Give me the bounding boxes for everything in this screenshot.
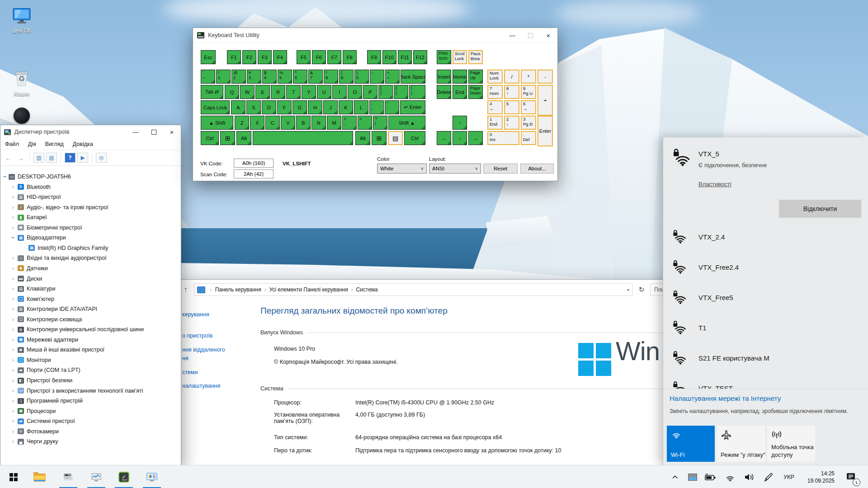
menu-item-[interactable]: Дія [24,141,41,147]
sidebar-link-fragment[interactable]: налаштування [182,383,220,389]
expand-arrow[interactable]: › [10,367,16,373]
reset-button[interactable]: Reset [483,164,518,174]
expand-arrow[interactable]: › [10,388,16,394]
expand-arrow[interactable]: › [10,398,16,404]
action-center-button[interactable]: 1 [844,465,863,488]
expand-arrow[interactable]: › [2,174,8,179]
minimize-button[interactable]: — [503,28,521,42]
expand-arrow[interactable]: › [10,418,16,424]
tree-item-com-lpt[interactable]: ›▰Порти (COM та LPT) [0,365,180,375]
breadcrumb-item[interactable]: Система [356,286,377,293]
network-item-t1[interactable]: T1 [663,314,868,344]
expand-arrow[interactable]: › [10,286,16,291]
tree-item-[interactable]: ›▢Монітори [0,355,180,365]
menu-item-[interactable]: Довідка [68,141,98,147]
expand-arrow[interactable]: › [10,296,16,302]
breadcrumb[interactable]: › Панель керування›Усі елементи Панелі к… [194,283,632,296]
tree-item-[interactable]: ›▤Клавіатури [0,284,180,294]
sidebar-link-fragment[interactable]: о пристроїв [182,333,212,339]
desktop-icon-recycle-bin[interactable]: ♻ Кошик [5,69,39,97]
tree-item-[interactable]: ›♪Вхідні та вихідні аудіопристрої [0,253,180,263]
maximize-button[interactable] [145,125,163,139]
taskbar-keyboard-test-app[interactable]: ✓TEST [111,465,137,488]
refresh-icon[interactable]: ↻ [636,283,647,296]
expand-arrow[interactable]: › [10,337,16,343]
network-settings-link[interactable]: Налаштування мережі та Інтернету [670,394,781,402]
menu-item-[interactable]: Файл [0,141,24,147]
tile-[interactable]: Мобільна точка доступу [767,426,815,462]
keyboard-test-titlebar[interactable]: Keyboard Test Utility — × [193,28,557,43]
taskbar-performance-monitor[interactable] [84,465,109,488]
expand-arrow[interactable]: › [10,276,16,282]
expand-arrow[interactable]: › [10,357,16,363]
about-button[interactable]: About... [520,164,554,174]
tree-item-[interactable]: ›▯Програмний пристрій [0,396,180,406]
sidebar-link-fragment[interactable]: ння віддаленого [182,347,225,353]
desktop-icon-this-pc[interactable]: Цей ПК [5,6,39,34]
tile-[interactable]: Режим "у літаку" [717,426,765,462]
up-arrow-icon[interactable]: ↑ [184,285,188,293]
sidebar-link-fragment[interactable]: керування [182,311,209,318]
action-pane-icon[interactable]: ▶ [77,153,88,163]
expand-arrow[interactable]: › [10,205,16,210]
expand-arrow[interactable]: › [10,235,16,240]
breadcrumb-item[interactable]: Панель керування [215,286,261,293]
tree-item-[interactable]: ›▄Черги друку [0,436,180,446]
expand-arrow[interactable]: › [10,215,16,220]
tray-volume-button[interactable] [741,465,758,488]
color-select[interactable]: White∨ [377,164,427,174]
tree-item-ide-ata-atapi[interactable]: ›▥Контролери IDE ATA/ATAPI [0,304,180,314]
tree-item-[interactable]: ›▬Диски [0,274,180,284]
tree-item-[interactable]: ›♪Аудіо-, відео- та ігрові пристрої [0,202,180,212]
minimize-button[interactable]: — [127,125,145,139]
tree-item-[interactable]: ›▰Системні пристрої [0,416,180,426]
tray-wifi-button[interactable] [722,465,739,488]
taskbar-system-control-panel[interactable] [139,465,165,488]
expand-arrow[interactable]: › [10,378,16,383]
expand-arrow[interactable]: › [10,429,16,434]
network-item-vtx-2-4[interactable]: VTX_2.4 [663,223,868,253]
tree-item-[interactable]: ›▮Батареї [0,212,180,222]
device-manager-titlebar[interactable]: Диспетчер пристроїв — × [0,125,181,139]
tray-display-button[interactable] [684,465,701,488]
network-item-vtx-free5[interactable]: VTX_Free5 [663,284,868,314]
expand-arrow[interactable]: › [10,347,16,352]
clock[interactable]: 14:25 19.09.2025 [800,465,842,488]
breadcrumb-item[interactable]: Усі елементи Панелі керування [269,286,348,293]
expand-arrow[interactable]: › [10,306,16,312]
tree-item-[interactable]: ›◈Датчики [0,263,180,273]
expand-arrow[interactable]: › [10,266,16,271]
tree-item-[interactable]: ›▣Мережеві адаптери [0,335,180,345]
chevron-down-icon[interactable]: ▾ [627,287,629,292]
network-item-s21-fe-m[interactable]: S21 FE користувача M [663,344,868,374]
expand-arrow[interactable]: › [10,327,16,332]
layout-select[interactable]: ANSI∨ [429,164,481,174]
tree-item-[interactable]: ›▭Пристрої з використанням технології па… [0,386,180,396]
sidebar-link-fragment[interactable]: ня [182,355,189,361]
forward-icon[interactable]: → [15,154,26,162]
tile-wi-fi[interactable]: Wi-Fi [667,426,715,462]
tree-item-[interactable]: ›ψКонтролери універсальної послідовної ш… [0,324,180,334]
hidden-icons-button[interactable] [667,465,683,488]
tree-item-[interactable]: ›▢Комп’ютер [0,294,180,304]
desktop-icon-round-app[interactable] [14,108,30,124]
tray-battery-button[interactable] [702,465,719,488]
tree-item-[interactable]: ›◎Фотокамери [0,427,180,436]
tray-pen-button[interactable] [760,465,777,488]
disconnect-button[interactable]: Відключити [779,200,861,218]
network-item-vtx-free2-4[interactable]: VTX_Free2.4 [663,253,868,283]
help-icon[interactable]: ? [65,153,75,163]
taskbar-file-explorer[interactable] [27,465,52,488]
tree-item-hid[interactable]: ›▥HID-пристрої [0,192,180,202]
back-icon[interactable]: ← [3,154,14,162]
expand-arrow[interactable]: › [10,194,16,200]
show-console-tree-icon[interactable]: ▥ [33,153,44,163]
language-indicator[interactable]: УКР [778,465,799,488]
start-button[interactable] [3,465,24,488]
properties-icon[interactable]: ▤ [46,153,57,163]
tree-item-[interactable]: ›◉Біометричні пристрої [0,223,180,233]
tree-item-desktop-joat5h6[interactable]: ›▭DESKTOP-JOAT5H6 [0,172,180,182]
tree-item-[interactable]: ›▣Процесори [0,406,180,416]
taskbar-keyboard-test-utility[interactable] [56,465,81,488]
expand-arrow[interactable]: › [10,439,16,444]
